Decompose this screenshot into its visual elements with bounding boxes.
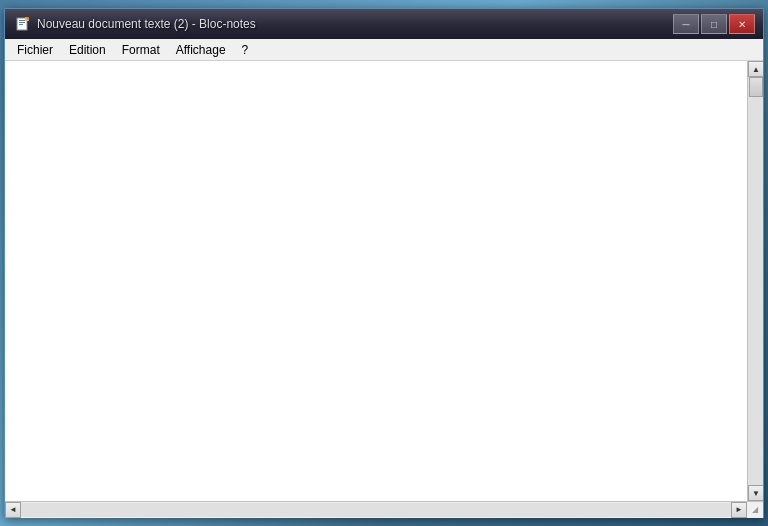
svg-rect-1 <box>19 20 25 21</box>
resize-grip[interactable]: ◢ <box>747 502 763 518</box>
menu-help[interactable]: ? <box>234 40 257 60</box>
scroll-thumb-v[interactable] <box>749 77 763 97</box>
scroll-left-button[interactable]: ◄ <box>5 502 21 518</box>
window-title: Nouveau document texte (2) - Bloc-notes <box>37 17 256 31</box>
menu-format[interactable]: Format <box>114 40 168 60</box>
scroll-down-button[interactable]: ▼ <box>748 485 763 501</box>
vertical-scrollbar: ▲ ▼ <box>747 61 763 501</box>
window-controls: ─ □ ✕ <box>673 14 755 34</box>
scroll-up-button[interactable]: ▲ <box>748 61 763 77</box>
svg-rect-2 <box>19 22 25 23</box>
minimize-button[interactable]: ─ <box>673 14 699 34</box>
scroll-track-h[interactable] <box>21 503 731 517</box>
menu-bar: Fichier Edition Format Affichage ? <box>5 39 763 61</box>
scroll-right-button[interactable]: ► <box>731 502 747 518</box>
text-editor[interactable] <box>5 61 747 501</box>
close-button[interactable]: ✕ <box>729 14 755 34</box>
svg-rect-3 <box>19 24 23 25</box>
notepad-window: Nouveau document texte (2) - Bloc-notes … <box>4 8 764 518</box>
menu-edition[interactable]: Edition <box>61 40 114 60</box>
title-bar: Nouveau document texte (2) - Bloc-notes … <box>5 9 763 39</box>
horizontal-scrollbar: ◄ ► <box>5 502 747 518</box>
app-icon <box>15 16 31 32</box>
scroll-track-v[interactable] <box>748 77 763 485</box>
maximize-button[interactable]: □ <box>701 14 727 34</box>
bottom-bar: ◄ ► ◢ <box>5 501 763 517</box>
menu-fichier[interactable]: Fichier <box>9 40 61 60</box>
title-bar-left: Nouveau document texte (2) - Bloc-notes <box>15 16 256 32</box>
menu-affichage[interactable]: Affichage <box>168 40 234 60</box>
content-area: ▲ ▼ <box>5 61 763 501</box>
